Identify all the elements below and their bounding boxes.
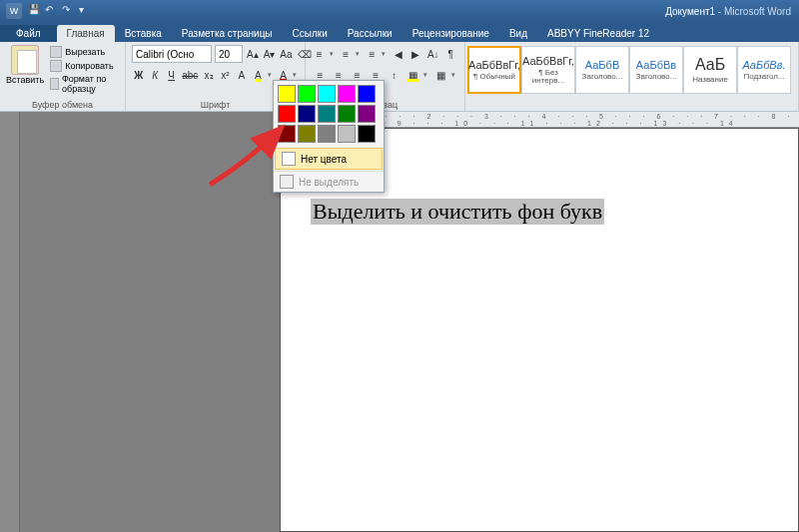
tab-layout[interactable]: Разметка страницы bbox=[172, 25, 283, 42]
brush-icon bbox=[50, 78, 59, 90]
group-clipboard: Вставить Вырезать Копировать Формат по о… bbox=[0, 42, 126, 111]
tab-mailings[interactable]: Рассылки bbox=[338, 25, 402, 42]
paste-button[interactable]: Вставить bbox=[6, 45, 44, 85]
format-painter-button[interactable]: Формат по образцу bbox=[48, 73, 119, 95]
color-swatch[interactable] bbox=[298, 85, 316, 103]
tab-view[interactable]: Вид bbox=[499, 25, 537, 42]
dedent-button[interactable]: ◀ bbox=[391, 45, 406, 63]
stop-highlight-item[interactable]: Не выделять bbox=[274, 171, 384, 192]
bullets-button[interactable]: ≡ bbox=[312, 45, 328, 63]
shading-button[interactable]: ▦ bbox=[404, 66, 421, 84]
selected-text[interactable]: Выделить и очистить фон букв bbox=[311, 199, 604, 225]
tab-home[interactable]: Главная bbox=[57, 25, 115, 42]
font-color-dropdown-icon[interactable]: ▾ bbox=[293, 71, 299, 79]
vertical-ruler bbox=[0, 112, 20, 532]
grow-font-button[interactable]: A▴ bbox=[246, 45, 260, 63]
word-app-icon: W bbox=[6, 3, 22, 19]
ribbon: Вставить Вырезать Копировать Формат по о… bbox=[0, 42, 799, 112]
tab-references[interactable]: Ссылки bbox=[283, 25, 338, 42]
font-size-input[interactable] bbox=[215, 45, 243, 63]
indent-button[interactable]: ▶ bbox=[407, 45, 423, 63]
highlight-button[interactable]: A bbox=[252, 66, 265, 84]
cut-button[interactable]: Вырезать bbox=[48, 45, 119, 59]
group-clipboard-label: Буфер обмена bbox=[6, 98, 119, 110]
scissors-icon bbox=[50, 46, 62, 58]
subscript-button[interactable]: x₂ bbox=[202, 66, 215, 84]
highlight-dropdown-icon[interactable]: ▾ bbox=[268, 71, 274, 79]
no-color-swatch-icon bbox=[282, 152, 296, 166]
color-swatch[interactable] bbox=[278, 125, 296, 143]
style-heading1[interactable]: АаБбВЗаголово... bbox=[575, 46, 629, 94]
numbering-button[interactable]: ≡ bbox=[338, 45, 354, 63]
copy-button[interactable]: Копировать bbox=[48, 59, 119, 73]
group-styles: АаБбВвГг,¶ Обычный АаБбВвГг,¶ Без интерв… bbox=[465, 42, 799, 111]
color-swatch[interactable] bbox=[298, 125, 316, 143]
color-swatch[interactable] bbox=[338, 85, 356, 103]
style-no-spacing[interactable]: АаБбВвГг,¶ Без интерв... bbox=[521, 46, 575, 94]
quick-access-toolbar: 💾 ↶ ↷ ▾ bbox=[28, 4, 93, 18]
style-subtitle[interactable]: АаБбВв.Подзагол... bbox=[737, 46, 791, 94]
color-swatch[interactable] bbox=[318, 85, 336, 103]
borders-button[interactable]: ▦ bbox=[432, 66, 449, 84]
change-case-button[interactable]: Aa bbox=[279, 45, 293, 63]
bold-button[interactable]: Ж bbox=[132, 66, 145, 84]
color-swatch[interactable] bbox=[278, 105, 296, 123]
ribbon-tabs: Файл Главная Вставка Разметка страницы С… bbox=[0, 22, 799, 42]
workspace: 1 · · · 2 · · · 3 · · · 4 · · · 5 · · · … bbox=[0, 112, 799, 532]
font-name-input[interactable] bbox=[132, 45, 212, 63]
style-heading2[interactable]: АаБбВвЗаголово... bbox=[629, 46, 683, 94]
style-title[interactable]: АаБНазвание bbox=[683, 46, 737, 94]
copy-icon bbox=[50, 60, 62, 72]
color-swatch[interactable] bbox=[338, 105, 356, 123]
margin-area bbox=[20, 112, 280, 532]
color-swatch[interactable] bbox=[318, 125, 336, 143]
title-bar: W 💾 ↶ ↷ ▾ Документ1 - Microsoft Word bbox=[0, 0, 799, 22]
stop-highlight-icon bbox=[280, 175, 294, 189]
no-color-item[interactable]: Нет цвета bbox=[275, 148, 383, 170]
color-swatch[interactable] bbox=[338, 125, 356, 143]
color-swatch[interactable] bbox=[358, 105, 376, 123]
multilevel-button[interactable]: ≡ bbox=[365, 45, 381, 63]
sort-button[interactable]: A↓ bbox=[425, 45, 441, 63]
superscript-button[interactable]: x² bbox=[219, 66, 232, 84]
paste-label: Вставить bbox=[6, 75, 44, 85]
highlight-color-popup: Нет цвета Не выделять bbox=[273, 80, 385, 193]
tab-abbyy[interactable]: ABBYY FineReader 12 bbox=[537, 25, 659, 42]
color-swatch[interactable] bbox=[298, 105, 316, 123]
strike-button[interactable]: abc bbox=[181, 66, 199, 84]
color-swatch[interactable] bbox=[278, 85, 296, 103]
redo-icon[interactable]: ↷ bbox=[62, 4, 76, 18]
color-swatch[interactable] bbox=[358, 125, 376, 143]
window-title: Документ1 - Microsoft Word bbox=[665, 6, 791, 17]
undo-icon[interactable]: ↶ bbox=[45, 4, 59, 18]
tab-review[interactable]: Рецензирование bbox=[402, 25, 499, 42]
tab-file[interactable]: Файл bbox=[0, 25, 57, 42]
app-name: Microsoft Word bbox=[724, 6, 791, 17]
style-normal[interactable]: АаБбВвГг,¶ Обычный bbox=[467, 46, 521, 94]
qat-customize-icon[interactable]: ▾ bbox=[79, 4, 93, 18]
color-swatch[interactable] bbox=[318, 105, 336, 123]
no-color-label: Нет цвета bbox=[301, 154, 347, 165]
show-marks-button[interactable]: ¶ bbox=[442, 45, 458, 63]
color-swatch[interactable] bbox=[358, 85, 376, 103]
tab-insert[interactable]: Вставка bbox=[115, 25, 172, 42]
underline-button[interactable]: Ч bbox=[165, 66, 178, 84]
italic-button[interactable]: К bbox=[148, 66, 161, 84]
document-name: Документ1 bbox=[665, 6, 715, 17]
text-effects-button[interactable]: A bbox=[235, 66, 248, 84]
color-grid bbox=[274, 81, 384, 147]
save-icon[interactable]: 💾 bbox=[28, 4, 42, 18]
stop-highlight-label: Не выделять bbox=[299, 177, 359, 188]
line-spacing-button[interactable]: ↕ bbox=[387, 66, 403, 84]
clear-format-button[interactable]: ⌫ bbox=[297, 45, 313, 63]
shrink-font-button[interactable]: A▾ bbox=[263, 45, 277, 63]
paste-icon bbox=[11, 45, 39, 75]
